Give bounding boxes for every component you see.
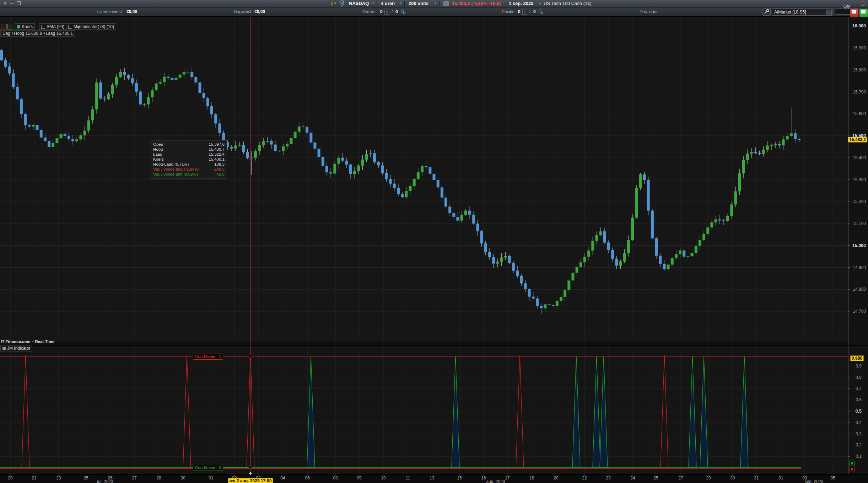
indicator-axis-label: 0,8 — [856, 375, 862, 380]
symbol-dropdown-icon[interactable]: ▼ — [372, 0, 374, 7]
tooltip-row: Koers15.400,1 — [153, 157, 225, 162]
positie-gear-icon[interactable] — [538, 9, 544, 16]
indicator-axis-label: 0,6 — [856, 397, 862, 402]
condvente-current-badge: 0 — [850, 467, 854, 472]
price-axis[interactable]: 16.00015.90015.80015.70015.60015.50015.4… — [848, 16, 868, 474]
legend-jm-indicator[interactable]: JM Indicator — [0, 345, 32, 351]
price-axis-label: 15.400 — [853, 155, 866, 160]
orders-gear-icon[interactable] — [400, 9, 406, 16]
condvente-label[interactable]: CondVente1 — [193, 354, 223, 360]
time-axis-tick-label: 30 — [730, 476, 735, 481]
indicator-axis-label: 0,3 — [856, 431, 862, 436]
time-axis-tick-label: 27 — [132, 476, 136, 481]
last-price-badge: 15.483,2 — [848, 137, 867, 143]
chart-canvas[interactable] — [0, 0, 868, 483]
last-quote: 15.483,2 (-0,10% -15,0) — [452, 0, 501, 7]
indicator-axis-label: 0,2 — [856, 442, 862, 447]
time-axis-tick-label: 17 — [505, 476, 510, 481]
sell-order-button[interactable]: ↓↑ — [850, 9, 859, 17]
time-axis-tick-label: 16 — [481, 476, 486, 481]
sma-checkbox-icon[interactable] — [41, 25, 45, 29]
buy-order-button[interactable]: ↓↑ — [859, 9, 868, 17]
toolbar-divider — [377, 1, 377, 6]
quick-buy-icon[interactable]: ↑ — [7, 24, 13, 29]
toolbar-divider — [439, 1, 440, 6]
order-type-value: AtMarket [L0,S5] — [774, 9, 806, 15]
legend-mijnindicator-label: MijnIndicator(78) (10) — [74, 24, 114, 29]
time-axis-tick-label: 27 — [678, 476, 683, 481]
positie-count-2: 0 — [533, 7, 536, 16]
tooltip-row: Hoog15.430,7 — [153, 147, 225, 152]
condachat-current-badge: 0 — [850, 461, 854, 466]
maximize-icon[interactable]: ❐ — [17, 0, 21, 7]
indicator-axis-label: 0,7 — [856, 386, 862, 391]
tooltip-row: Var. / vorige dag (-1,66%)-260,5 — [153, 167, 225, 172]
mijnindicator-checkbox-icon[interactable] — [68, 25, 72, 29]
symbol-selector[interactable]: NASDAQ — [349, 0, 369, 7]
koers-color-icon — [17, 25, 20, 28]
order-type-dropdown-icon[interactable]: ▼ — [826, 10, 832, 15]
legend-sma-label: SMA (20) — [47, 24, 64, 29]
condachat-label[interactable]: CondAchat0 — [193, 465, 223, 471]
pos-duur-label: Pos. duur : – — [640, 7, 664, 16]
time-axis-tick-label: 10 — [381, 476, 386, 481]
toolbar-divider — [404, 1, 405, 6]
price-axis-label: 15.800 — [853, 68, 866, 73]
trading-platform-window: ✕ ─ ❐ NASDAQ ▼ 4 uren ▼ 200 units ▼ i — [0, 0, 868, 483]
legend-sma[interactable]: SMA (20) — [39, 23, 66, 30]
time-axis-tick-label: 22 — [582, 476, 587, 481]
indicator-axis-label: 0,9 — [856, 364, 862, 369]
time-axis-month-label: jul. 2023 — [97, 479, 113, 483]
timeframe-selector[interactable]: 4 uren — [381, 0, 395, 7]
close-position-icon[interactable]: × — [522, 10, 527, 15]
tooltip-row: Hoog-Laag (0,71%)108,3 — [153, 162, 225, 167]
quick-sell-icon[interactable]: ↓ — [1, 24, 7, 29]
order-type-select[interactable]: AtMarket [L0,S5] ▼ — [772, 9, 833, 16]
price-axis-label: 15.100 — [853, 221, 866, 226]
positie-label: Positie: — [502, 7, 516, 16]
time-axis-tick-label: 25 — [653, 476, 658, 481]
price-axis-label: 14.900 — [853, 265, 866, 270]
positie-slash: / — [529, 7, 530, 16]
tooltip-row: Var. / vorige unit (0,02%)+2,6 — [153, 172, 225, 177]
qty-label: Qty — [836, 4, 858, 9]
close-icon[interactable]: ✕ — [3, 0, 7, 7]
time-axis-tick-label: 13 — [430, 476, 434, 481]
dagwinst-value: €0,00 — [254, 7, 265, 16]
time-axis-tick-label: 01 — [778, 476, 783, 481]
time-axis-tick-label: 23 — [56, 476, 61, 481]
price-axis-label: 16.000 — [852, 23, 866, 28]
indicator-value-badge: 0,986 — [850, 355, 864, 361]
time-axis-tick-label: 20 — [8, 476, 12, 481]
time-axis-tick-label: 23 — [606, 476, 610, 481]
legend-koers[interactable]: Koers — [15, 23, 35, 30]
time-axis-tick-label: 06 — [305, 476, 309, 481]
minimize-icon[interactable]: ─ — [10, 0, 13, 7]
price-axis-label: 15.700 — [853, 90, 866, 95]
time-axis[interactable]: 2021232526272830010203040608091011131516… — [0, 474, 868, 483]
order-settings-wrench-icon[interactable] — [762, 9, 771, 16]
price-axis-label: 15.300 — [853, 177, 866, 182]
candlestick-style-icon[interactable] — [330, 1, 337, 8]
positie-count: 0 — [518, 7, 521, 16]
time-axis-tick-label: 15 — [457, 476, 462, 481]
units-selector[interactable]: 200 units — [409, 0, 428, 7]
orders-count-2: 0 — [395, 7, 398, 16]
timeframe-dropdown-icon[interactable]: ▼ — [399, 0, 402, 7]
time-axis-tick-label: 18 — [529, 476, 534, 481]
time-axis-tick-label: 20 — [554, 476, 558, 481]
price-axis-label: 15.900 — [853, 45, 866, 50]
units-dropdown-icon[interactable]: ▼ — [434, 0, 437, 7]
indicator-axis-label: 0,4 — [856, 420, 862, 425]
cancel-orders-icon[interactable]: × — [384, 10, 389, 15]
refresh-icon[interactable] — [859, 0, 866, 8]
time-axis-tick-label: 01 — [209, 476, 213, 481]
time-axis-tick-label: 30 — [180, 476, 185, 481]
info-icon[interactable]: i — [443, 1, 449, 6]
orders-slash: / — [392, 7, 393, 16]
time-axis-tick-label: 08 — [333, 476, 338, 481]
time-axis-tick-label: 29 — [706, 476, 711, 481]
legend-mijnindicator[interactable]: MijnIndicator(78) (10) — [66, 23, 116, 30]
time-axis-month-label: aug. 2023 — [486, 479, 505, 483]
link-chart-icon[interactable] — [339, 0, 345, 8]
